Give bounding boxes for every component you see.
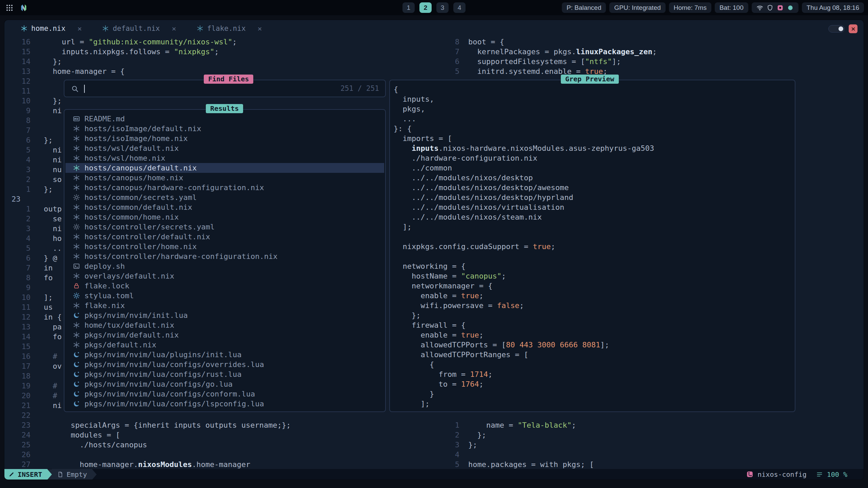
result-item[interactable]: hosts/canopus/home.nix (65, 173, 384, 183)
line-number: 24 (4, 430, 31, 440)
result-item[interactable]: flake.lock (65, 281, 384, 291)
find-files-title: Find Files (204, 75, 253, 84)
line-number: 9 (4, 283, 31, 292)
preview-line: { (394, 84, 793, 94)
preview-line: ]; (394, 399, 793, 409)
preview-line: allowedTCPPorts = [80 443 3000 6666 8081… (394, 340, 793, 350)
powerline-separator (47, 469, 52, 480)
result-item[interactable]: pkgs/nvim/nvim/lua/configs/rust.lua (65, 369, 384, 379)
result-item[interactable]: hosts/common/default.nix (65, 202, 384, 212)
result-item[interactable]: pkgs/nvim/nvim/init.lua (65, 310, 384, 320)
toggle-switch[interactable] (828, 25, 845, 33)
result-item[interactable]: stylua.toml (65, 291, 384, 301)
code-line: 26 (4, 450, 449, 460)
tealdot-icon[interactable] (787, 4, 794, 11)
workspace-1[interactable]: 1 (402, 2, 415, 13)
line-number: 7 (4, 125, 31, 135)
result-item[interactable]: hosts/isoImage/home.nix (65, 134, 384, 143)
shield-icon[interactable] (767, 4, 773, 11)
line-number: 2 (4, 214, 31, 224)
tab-close-icon[interactable]: × (258, 24, 262, 33)
code-line: 23 specialArgs = {inherit inputs outputs… (4, 420, 449, 430)
tabs: home.nix×default.nix×flake.nix× (21, 24, 262, 33)
result-item[interactable]: hosts/controller/hardware-configuration.… (65, 251, 384, 261)
result-item[interactable]: hosts/wsl/home.nix (65, 153, 384, 163)
result-item[interactable]: hosts/common/secrets.yaml (65, 192, 384, 202)
result-item[interactable]: hosts/controller/home.nix (65, 242, 384, 251)
lua-file-icon (73, 400, 80, 407)
line-number: 6 (449, 57, 459, 66)
result-item[interactable]: deploy.sh (65, 261, 384, 271)
nix-file-icon (73, 243, 80, 250)
result-item[interactable]: overlays/default.nix (65, 271, 384, 281)
preview-line: ... (394, 114, 793, 124)
result-item[interactable]: hosts/common/home.nix (65, 212, 384, 222)
apps-launcher-icon[interactable] (5, 4, 14, 12)
result-item[interactable]: hosts/wsl/default.nix (65, 143, 384, 153)
preview-line: wifi.powersave = false; (394, 301, 793, 310)
preview-line: to = 1764; (394, 379, 793, 389)
code-line: 27 home-manager.nixosModules.home-manage… (4, 460, 449, 469)
lua-file-icon (73, 361, 80, 368)
workspace-2[interactable]: 2 (419, 2, 432, 13)
preview-line: ../../modules/nixos/desktop/awesome (394, 183, 793, 192)
result-item[interactable]: pkgs/nvim/nvim/lua/configs/conform.lua (65, 389, 384, 399)
result-item[interactable]: hosts/controller/default.nix (65, 232, 384, 242)
result-item[interactable]: home/tux/default.nix (65, 320, 384, 330)
terminal-window: home.nix×default.nix×flake.nix× 16 url =… (4, 20, 864, 480)
pinkapp-icon[interactable] (777, 4, 784, 11)
result-item[interactable]: README.md (65, 114, 384, 124)
preview-line: }: { (394, 124, 793, 134)
system-tray[interactable] (752, 2, 798, 13)
nix-file-icon (73, 145, 80, 152)
workspace-switcher: 1234 (402, 2, 466, 13)
line-number: 11 (4, 302, 31, 312)
result-item[interactable]: flake.nix (65, 301, 384, 310)
statusline-right: nixos-config 100 % (746, 470, 864, 479)
code-line: 25 ./hosts/canopus (4, 440, 449, 450)
line-number: 21 (4, 401, 31, 410)
result-item[interactable]: hosts/isoImage/default.nix (65, 124, 384, 134)
tab-default.nix[interactable]: default.nix× (102, 24, 176, 33)
result-item[interactable]: pkgs/nvim/default.nix (65, 330, 384, 340)
preview-line: firewall = { (394, 320, 793, 330)
tab-close-icon[interactable]: × (77, 24, 82, 33)
result-item[interactable]: pkgs/nvim/nvim/lua/plugins/init.lua (65, 350, 384, 360)
preview-line (394, 232, 793, 242)
result-item[interactable]: pkgs/nvim/nvim/lua/configs/go.lua (65, 379, 384, 389)
result-item[interactable]: pkgs/nvim/nvim/lua/configs/lspconfig.lua (65, 399, 384, 409)
tab-home.nix[interactable]: home.nix× (21, 24, 82, 33)
grep-preview-title: Grep Preview (561, 75, 619, 84)
line-number: 16 (4, 351, 31, 361)
topbar-left (0, 4, 28, 12)
result-item[interactable]: pkgs/nvim/nvim/lua/configs/overrides.lua (65, 360, 384, 369)
tab-flake.nix[interactable]: flake.nix× (197, 24, 262, 33)
nix-file-icon (73, 164, 80, 171)
result-item[interactable]: hosts/controller/secrets.yaml (65, 222, 384, 232)
status-pills: P: BalancedGPU: IntegratedHome: 7msBat: … (562, 2, 748, 13)
nix-file-icon (73, 214, 80, 221)
preview-line: allowedTCPPortRanges = [ (394, 350, 793, 360)
line-number: 7 (4, 263, 31, 273)
nix-file-icon (73, 322, 80, 329)
line-number: 8 (449, 37, 459, 47)
nix-file-icon (21, 25, 27, 32)
workspace-4[interactable]: 4 (453, 2, 466, 13)
tab-close-icon[interactable]: × (172, 24, 176, 33)
wifi-icon[interactable] (756, 4, 763, 11)
result-item[interactable]: hosts/canopus/default.nix (65, 163, 384, 173)
workspace-3[interactable]: 3 (436, 2, 449, 13)
line-number: 7 (449, 47, 459, 57)
preview-line: ]; (394, 222, 793, 232)
result-item[interactable]: pkgs/default.nix (65, 340, 384, 350)
nix-file-icon (73, 302, 80, 309)
lua-file-icon (73, 371, 80, 378)
line-number: 1 (4, 204, 31, 214)
result-item[interactable]: hosts/canopus/hardware-configuration.nix (65, 183, 384, 192)
results-popup[interactable]: README.mdhosts/isoImage/default.nixhosts… (64, 109, 386, 412)
code-line: 1 name = "Tela-black"; (449, 420, 864, 430)
gear-file-icon (73, 223, 80, 230)
nix-file-icon (73, 204, 80, 211)
window-close-button[interactable] (849, 24, 857, 33)
nix-file-icon (73, 155, 80, 162)
